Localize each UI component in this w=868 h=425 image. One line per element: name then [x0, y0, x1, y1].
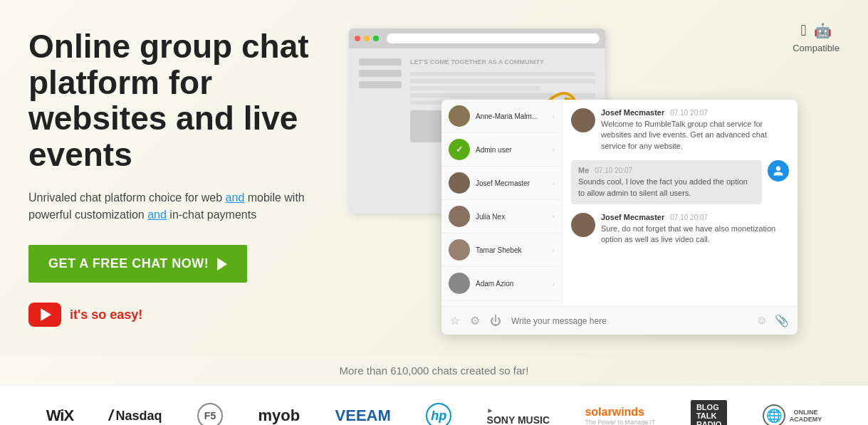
- list-item[interactable]: ✓ Admin user ›: [441, 133, 562, 167]
- compatible-icons:  🤖: [801, 21, 832, 40]
- compatible-text: Compatible: [793, 43, 840, 53]
- messages-area: Josef Mecmaster 07.10 20:07 Welcome to R…: [563, 100, 798, 306]
- chevron-right-icon: ›: [553, 112, 555, 120]
- browser-dot-red: [355, 36, 360, 41]
- chat-panel: Anne-Maria Malm... › ✓ Admin user › Jose…: [441, 100, 798, 335]
- toolbar-right-icons: ☺ 📎: [756, 314, 789, 327]
- page-title: Online group chat platform for websites …: [28, 28, 328, 172]
- chevron-right-icon: ›: [553, 146, 555, 154]
- youtube-label: it's so easy!: [70, 308, 142, 322]
- logo-solarwinds: solarwinds The Power to Manage IT: [585, 406, 655, 425]
- list-item[interactable]: Adam Azion ›: [441, 267, 562, 300]
- message-block: Josef Mecmaster 07.10 20:07 Welcome to R…: [571, 108, 789, 152]
- browser-headline: LET'S COME TOGETHER AS A COMMUNITY: [410, 58, 595, 66]
- chat-layout: Anne-Maria Malm... › ✓ Admin user › Jose…: [441, 100, 798, 306]
- list-item[interactable]: Julia Nex ›: [441, 200, 562, 234]
- subtitle-text-1: Unrivaled chat platform choice for web: [28, 191, 226, 204]
- settings-icon[interactable]: ⚙: [470, 314, 480, 327]
- user-name: Anne-Maria Malm...: [476, 112, 547, 120]
- message-block-me: Me 07.10 20:07 Sounds cool, I love the f…: [571, 160, 789, 204]
- nasdaq-slash: /: [108, 406, 113, 425]
- youtube-badge[interactable]: it's so easy!: [28, 303, 328, 327]
- hero-subtitle: Unrivaled chat platform choice for web a…: [28, 189, 328, 224]
- browser-sidebar: [359, 58, 402, 142]
- list-item[interactable]: Tamar Shebek ›: [441, 234, 562, 267]
- user-name: Admin user: [476, 146, 547, 154]
- chevron-right-icon: ›: [553, 280, 555, 288]
- message-time: 07.10 20:07: [670, 214, 708, 221]
- message-text: Sure, do not forget that we have also mo…: [601, 224, 789, 246]
- message-sender: Me: [578, 166, 589, 174]
- subtitle-text-3: in-chat payments: [167, 209, 256, 221]
- chevron-right-icon: ›: [553, 179, 555, 187]
- get-free-chat-button[interactable]: GET A FREE CHAT NOW!: [28, 245, 247, 283]
- user-name: Tamar Shebek: [476, 246, 547, 254]
- avatar: [571, 108, 595, 132]
- chevron-right-icon: ›: [553, 246, 555, 254]
- hero-right:  🤖 Compatible LET'S COME TOGETHER: [328, 21, 840, 342]
- cta-arrow-icon: [217, 258, 227, 271]
- blogtalk-top: BLOGTALKRADIO: [696, 403, 721, 425]
- subtitle-and: and: [226, 191, 245, 204]
- veeam-logo-text: VEEAM: [335, 406, 391, 425]
- avatar: [449, 239, 470, 261]
- message-text: Sounds cool, I love the fact you added t…: [578, 177, 755, 199]
- star-icon[interactable]: ☆: [450, 314, 460, 327]
- message-input[interactable]: [511, 316, 746, 326]
- apple-icon: : [801, 21, 807, 40]
- f5-logo-badge: F5: [197, 403, 223, 425]
- compatible-badge:  🤖 Compatible: [793, 21, 840, 53]
- sony-label: ►: [487, 406, 494, 414]
- online-academy-group: 🌐 ONLINEACADEMY: [763, 404, 822, 425]
- globe-icon: 🌐: [763, 404, 785, 425]
- user-name: Josef Mecmaster: [476, 179, 547, 187]
- message-time: 07.10 20:07: [670, 109, 708, 117]
- blogtalk-badge: BLOGTALKRADIO: [691, 400, 727, 425]
- power-icon[interactable]: ⏻: [490, 315, 501, 327]
- logo-blogtalk: BLOGTALKRADIO: [691, 400, 727, 425]
- hero-section: Online group chat platform for websites …: [0, 0, 868, 356]
- text-line: [410, 86, 540, 90]
- myob-logo-text: myob: [258, 406, 300, 425]
- solarwinds-logo-text: solarwinds: [585, 406, 644, 419]
- message-content-me: Me 07.10 20:07 Sounds cool, I love the f…: [571, 160, 762, 204]
- nasdaq-logo-text: Nasdaq: [116, 409, 162, 424]
- attachment-icon[interactable]: 📎: [775, 314, 789, 327]
- avatar: ✓: [449, 139, 470, 160]
- logo-online-academy: 🌐 ONLINEACADEMY: [763, 404, 822, 425]
- sidebar-item: [359, 81, 402, 88]
- message-sender: Josef Mecmaster: [601, 213, 664, 221]
- cta-label: GET A FREE CHAT NOW!: [48, 256, 209, 271]
- android-icon: 🤖: [814, 22, 832, 39]
- logo-sony: ► SONY MUSIC: [487, 406, 550, 426]
- list-item[interactable]: Anne-Maria Malm... ›: [441, 100, 562, 133]
- academy-text-group: ONLINEACADEMY: [790, 409, 822, 423]
- chevron-right-icon: ›: [553, 213, 555, 221]
- sony-logo-text: SONY MUSIC: [487, 414, 550, 426]
- logos-section: WiX / Nasdaq F5 myob VEEAM hp ► SONY MUS…: [0, 385, 868, 425]
- user-name: Julia Nex: [476, 213, 547, 221]
- list-item[interactable]: Elinor Roni Bar-Si... ›: [441, 300, 562, 306]
- browser-dot-green: [373, 36, 379, 41]
- logo-hp: hp: [426, 403, 451, 425]
- emoji-icon[interactable]: ☺: [756, 314, 768, 327]
- message-text: Welcome to RumbleTalk group chat service…: [601, 119, 789, 152]
- logo-veeam: VEEAM: [335, 406, 391, 425]
- face: [449, 105, 470, 127]
- chat-toolbar: ☆ ⚙ ⏻ ☺ 📎: [441, 306, 798, 335]
- message-content: Josef Mecmaster 07.10 20:07 Sure, do not…: [601, 213, 789, 246]
- avatar: [449, 273, 470, 294]
- hero-left: Online group chat platform for websites …: [28, 21, 328, 342]
- stats-text: More than 610,000 chats created so far!: [340, 364, 529, 377]
- logo-wix: WiX: [46, 406, 73, 425]
- youtube-icon[interactable]: [28, 303, 61, 327]
- sidebar-item: [359, 70, 402, 77]
- list-item[interactable]: Josef Mecmaster ›: [441, 167, 562, 200]
- avatar: [449, 206, 470, 227]
- online-academy-label: ONLINEACADEMY: [790, 409, 822, 423]
- avatar: [449, 172, 470, 194]
- logo-nasdaq: / Nasdaq: [108, 406, 162, 425]
- user-name: Adam Azion: [476, 280, 547, 288]
- wix-logo: WiX: [46, 406, 73, 425]
- play-icon: [41, 308, 51, 321]
